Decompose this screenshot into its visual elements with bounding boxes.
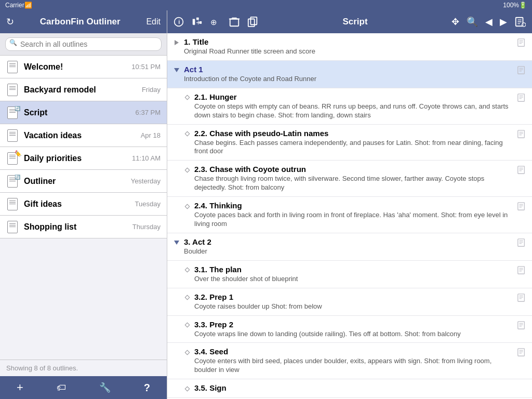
sidebar-item-gift[interactable]: Gift ideasTuesday: [0, 193, 167, 216]
note-icon[interactable]: [516, 65, 527, 75]
note-icon[interactable]: [516, 237, 527, 248]
svg-rect-18: [518, 94, 525, 101]
svg-rect-34: [518, 239, 525, 246]
row-subtitle: Original Road Runner title screen and sc…: [184, 47, 513, 56]
search-input[interactable]: [5, 37, 162, 51]
main-content: i ↓+ ⊕ Script ✥ 🔍: [167, 10, 532, 399]
add-outline-button[interactable]: +: [11, 381, 29, 394]
add-sibling-button[interactable]: ⊕: [208, 15, 223, 29]
battery-icon: 🔋: [519, 2, 527, 9]
outline-row-sign[interactable]: 3.5. Sign: [167, 379, 532, 398]
row-content: 1. TitleOriginal Road Runner title scree…: [184, 37, 513, 56]
row-title: 3.1. The plan: [194, 265, 513, 274]
row-title: 3.5. Sign: [194, 383, 527, 392]
doc-icon: [6, 61, 19, 73]
sidebar-item-shopping[interactable]: Shopping listThursday: [0, 216, 167, 238]
note-icon[interactable]: [516, 347, 527, 357]
row-content: Act 1Introduction of the Coyote and Road…: [184, 65, 513, 84]
sidebar-item-outliner[interactable]: 🔄OutlinerYesterday: [0, 170, 167, 193]
outline-row-act2[interactable]: 3. Act 2Boulder: [167, 233, 532, 261]
toolbar-title: Script: [261, 17, 449, 27]
edit-button[interactable]: Edit: [146, 17, 161, 26]
item-name: Welcome!: [24, 62, 127, 72]
search-button[interactable]: 🔍: [464, 15, 480, 29]
info-button[interactable]: i: [171, 16, 186, 28]
outline-row-chase-outrun[interactable]: 2.3. Chase with Coyote outrunChase throu…: [167, 161, 532, 197]
row-content: 3. Act 2Boulder: [184, 237, 513, 256]
prev-button[interactable]: ◀: [483, 15, 495, 29]
status-bar: Carrier 📶 100% 🔋: [0, 0, 532, 10]
down-arrow-icon: [172, 238, 181, 247]
outline-row-chase-latin[interactable]: 2.2. Chase with pseudo-Latin namesChase …: [167, 125, 532, 161]
doc-icon: [6, 198, 19, 210]
outline-row-plan[interactable]: 3.1. The planOver the shoulder shot of b…: [167, 261, 532, 288]
row-title: 2.1. Hunger: [194, 92, 513, 101]
item-date: Friday: [142, 86, 161, 94]
outline-row-prep2[interactable]: 3.3. Prep 2Coyote wraps line down to lan…: [167, 316, 532, 343]
diamond-arrow-icon: [183, 294, 191, 302]
doc-icon: ✏️: [6, 152, 19, 165]
outline-row-thinking[interactable]: 2.4. ThinkingCoyote paces back and forth…: [167, 197, 532, 233]
duplicate-button[interactable]: [245, 15, 261, 29]
note-icon[interactable]: [516, 92, 527, 103]
svg-rect-5: [248, 19, 255, 27]
app-title: CarbonFin Outliner: [40, 17, 121, 27]
outline-row-hunger[interactable]: 2.1. HungerCoyote on steps with empty ca…: [167, 88, 532, 125]
settings-button[interactable]: 🔧: [94, 382, 116, 393]
sidebar-item-welcome[interactable]: Welcome!10:51 PM: [0, 56, 167, 78]
add-child-button[interactable]: ↓+: [189, 15, 205, 29]
sync-icon[interactable]: ↻: [6, 16, 14, 28]
svg-rect-42: [518, 294, 525, 301]
sidebar-footer: Showing 8 of 8 outlines.: [0, 360, 167, 376]
outline-row-prep1[interactable]: 3.2. Prep 1Coyote raises boulder up Shot…: [167, 288, 532, 316]
svg-rect-46: [518, 321, 525, 328]
row-title: 2.4. Thinking: [194, 201, 513, 210]
row-subtitle: Chase through living room twice, with si…: [194, 175, 513, 192]
help-button[interactable]: ?: [139, 382, 155, 394]
row-title: Act 1: [184, 65, 513, 74]
next-button[interactable]: ▶: [498, 15, 509, 29]
row-content: 2.1. HungerCoyote on steps with empty ca…: [194, 92, 513, 120]
row-content: 3.4. SeedCoyote enters with bird seed, p…: [194, 347, 513, 375]
tag-button[interactable]: 🏷: [51, 382, 71, 393]
doc-icon: [6, 129, 19, 142]
sidebar: ↻ CarbonFin Outliner Edit Welcome!10:51 …: [0, 10, 167, 399]
item-name: Shopping list: [24, 222, 128, 232]
sidebar-item-script[interactable]: 🔄Script6:37 PM: [0, 101, 167, 124]
outline-list: Welcome!10:51 PMBackyard remodelFriday🔄S…: [0, 56, 167, 360]
svg-rect-4: [230, 19, 239, 26]
note-icon[interactable]: [516, 320, 527, 330]
doc-icon: [6, 84, 19, 96]
sidebar-item-daily[interactable]: ✏️Daily priorities11:10 AM: [0, 147, 167, 170]
svg-rect-30: [518, 203, 525, 210]
diamond-arrow-icon: [183, 202, 191, 210]
note-icon[interactable]: [516, 201, 527, 211]
note-icon[interactable]: [516, 292, 527, 303]
note-icon[interactable]: [516, 37, 527, 48]
note-icon[interactable]: [516, 265, 527, 275]
outline-row-seed[interactable]: 3.4. SeedCoyote enters with bird seed, p…: [167, 343, 532, 379]
sidebar-item-backyard[interactable]: Backyard remodelFriday: [0, 78, 167, 101]
row-subtitle: Introduction of the Coyote and Road Runn…: [184, 75, 513, 84]
svg-rect-6: [250, 17, 257, 25]
doc-icon: 🔄: [6, 175, 19, 188]
note-icon[interactable]: [516, 129, 527, 139]
outline-row-act1[interactable]: Act 1Introduction of the Coyote and Road…: [167, 61, 532, 88]
sidebar-item-vacation[interactable]: Vacation ideasApr 18: [0, 124, 167, 147]
row-content: 2.3. Chase with Coyote outrunChase throu…: [194, 165, 513, 192]
item-date: 10:51 PM: [131, 63, 161, 71]
delete-button[interactable]: [227, 15, 242, 29]
carrier-label: Carrier: [5, 2, 24, 9]
toolbar-left: i ↓+ ⊕: [171, 15, 261, 29]
row-subtitle: Boulder: [184, 247, 513, 256]
row-content: 2.2. Chase with pseudo-Latin namesChase …: [194, 129, 513, 156]
note-icon[interactable]: [516, 165, 527, 175]
outline-row-title[interactable]: 1. TitleOriginal Road Runner title scree…: [167, 33, 532, 61]
item-date: Thursday: [132, 223, 161, 231]
move-button[interactable]: ✥: [449, 15, 461, 29]
item-date: 6:37 PM: [136, 109, 161, 116]
row-subtitle: Coyote raises boulder up Shot: from belo…: [194, 302, 513, 311]
diamond-arrow-icon: [183, 94, 191, 102]
export-button[interactable]: i: [512, 15, 528, 29]
sidebar-header: ↻ CarbonFin Outliner Edit: [0, 10, 167, 33]
